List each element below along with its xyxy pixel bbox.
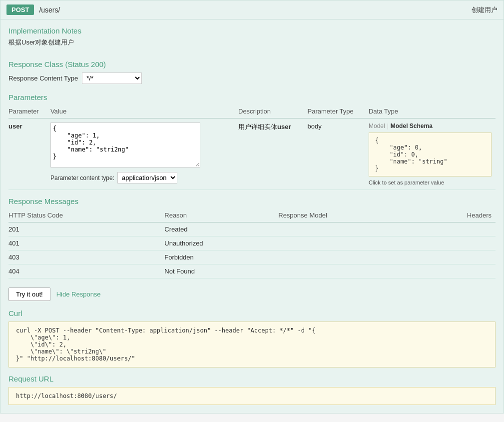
response-messages-table: HTTP Status Code Reason Response Model H…: [8, 210, 496, 278]
reason-not-found: Not Found: [164, 264, 278, 278]
main-container: POST /users/ 创建用户 Implementation Notes 根…: [0, 0, 504, 414]
model-schema-block: { "age": 0, "id": 0, "name": "string" }: [369, 132, 492, 176]
header-left: POST /users/: [6, 4, 60, 15]
col-status-code: HTTP Status Code: [8, 210, 164, 222]
col-reason: Reason: [164, 210, 278, 222]
content-type-label: Response Content Type: [8, 74, 78, 82]
schema-tab[interactable]: Model Schema: [391, 122, 433, 130]
table-row: user { "age": 1, "id": 2, "name": "stri2…: [8, 118, 496, 190]
header-bar: POST /users/ 创建用户: [0, 0, 504, 20]
create-user-link[interactable]: 创建用户: [472, 6, 498, 14]
headers-403: [419, 250, 496, 264]
col-headers: Headers: [419, 210, 496, 222]
method-badge: POST: [6, 4, 34, 15]
table-row: 201 Created: [8, 222, 496, 236]
response-model-403: [278, 250, 419, 264]
status-code-401: 401: [8, 236, 164, 250]
param-content-type-label: Parameter content type:: [50, 174, 114, 182]
status-code-201: 201: [8, 222, 164, 236]
response-model-201: [278, 222, 419, 236]
curl-title: Curl: [8, 309, 496, 318]
headers-404: [419, 264, 496, 278]
response-messages-section: Response Messages HTTP Status Code Reaso…: [0, 194, 504, 282]
headers-401: [419, 236, 496, 250]
headers-201: [419, 222, 496, 236]
status-code-404: 404: [8, 264, 164, 278]
parameters-title: Parameters: [8, 93, 496, 102]
col-value: Value: [50, 106, 238, 118]
col-response-model: Response Model: [278, 210, 419, 222]
param-value-textarea[interactable]: { "age": 1, "id": 2, "name": "stri2ng" }: [50, 122, 200, 168]
model-schema-tabs: Model | Model Schema: [369, 122, 492, 130]
implementation-notes-section: Implementation Notes 根据User对象创建用户: [0, 20, 504, 53]
implementation-notes-title: Implementation Notes: [8, 26, 496, 35]
content-type-select[interactable]: */* application/json application/xml: [82, 72, 142, 84]
request-url-content: http://localhost:8080/users/: [8, 387, 496, 405]
status-code-403: 403: [8, 250, 164, 264]
table-row: 404 Not Found: [8, 264, 496, 278]
model-schema-container: Model | Model Schema { "age": 0, "id": 0…: [369, 122, 492, 186]
response-messages-title: Response Messages: [8, 197, 496, 206]
reason-created: Created: [164, 222, 278, 236]
col-parameter-type: Parameter Type: [308, 106, 369, 118]
content-type-row: Response Content Type */* application/js…: [8, 72, 496, 84]
response-model-401: [278, 236, 419, 250]
param-content-type-select[interactable]: application/json application/xml: [117, 172, 177, 184]
param-description: 用户详细实体user: [238, 123, 291, 130]
curl-section: Curl curl -X POST --header "Content-Type…: [0, 306, 504, 372]
response-class-section: Response Class (Status 200) Response Con…: [0, 53, 504, 90]
table-row: 401 Unauthorized: [8, 236, 496, 250]
try-it-row: Try it out! Hide Response: [0, 282, 504, 306]
try-it-out-button[interactable]: Try it out!: [8, 288, 50, 301]
click-to-set-label[interactable]: Click to set as parameter value: [369, 180, 492, 186]
response-class-title: Response Class (Status 200): [8, 60, 496, 68]
reason-forbidden: Forbidden: [164, 250, 278, 264]
reason-unauthorized: Unauthorized: [164, 236, 278, 250]
param-name: user: [8, 122, 22, 130]
param-type: body: [308, 122, 322, 130]
model-schema-content: { "age": 0, "id": 0, "name": "string" }: [375, 137, 485, 172]
hide-response-link[interactable]: Hide Response: [56, 290, 101, 298]
col-data-type: Data Type: [369, 106, 496, 118]
parameters-table: Parameter Value Description Parameter Ty…: [8, 106, 496, 190]
table-row: 403 Forbidden: [8, 250, 496, 264]
response-model-404: [278, 264, 419, 278]
param-content-type-row: Parameter content type: application/json…: [50, 172, 234, 184]
col-description: Description: [238, 106, 308, 118]
request-url-section: Request URL http://localhost:8080/users/: [0, 372, 504, 413]
model-tab[interactable]: Model: [369, 122, 385, 130]
col-parameter: Parameter: [8, 106, 50, 118]
request-url-title: Request URL: [8, 374, 496, 383]
implementation-notes-description: 根据User对象创建用户: [8, 38, 496, 47]
parameters-section: Parameters Parameter Value Description P…: [0, 90, 504, 194]
curl-content: curl -X POST --header "Content-Type: app…: [8, 322, 496, 368]
endpoint-path: /users/: [39, 6, 60, 14]
